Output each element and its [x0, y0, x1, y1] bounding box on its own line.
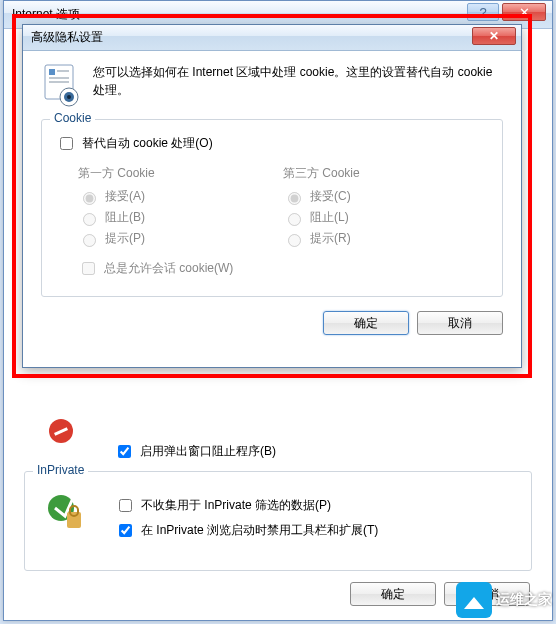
modal-close-button[interactable]: ✕ — [472, 27, 516, 45]
cookie-groupbox: Cookie 替代自动 cookie 处理(O) 第一方 Cookie 接受(A… — [41, 119, 503, 297]
modal-cancel-button[interactable]: 取消 — [417, 311, 503, 335]
third-accept-radio: 接受(C) — [283, 188, 488, 205]
parent-title: Internet 选项 — [12, 6, 80, 23]
watermark: 运维之家 — [456, 582, 552, 618]
svg-rect-4 — [49, 69, 55, 75]
svg-rect-1 — [67, 512, 81, 528]
override-cookie-checkbox[interactable]: 替代自动 cookie 处理(O) — [56, 134, 488, 153]
session-cookie-checkbox: 总是允许会话 cookie(W) — [78, 259, 488, 278]
modal-title: 高级隐私设置 — [31, 29, 103, 46]
override-cookie-input[interactable] — [60, 137, 73, 150]
modal-titlebar: 高级隐私设置 ✕ — [23, 25, 521, 51]
inprivate-nodata-label: 不收集用于 InPrivate 筛选的数据(P) — [141, 497, 331, 514]
watermark-text: 运维之家 — [496, 591, 552, 609]
override-cookie-label: 替代自动 cookie 处理(O) — [82, 135, 213, 152]
advanced-privacy-dialog: 高级隐私设置 ✕ 您可以选择如何在 Internet 区域中处理 cookie。… — [22, 24, 522, 368]
popup-blocker-label: 启用弹出窗口阻止程序(B) — [140, 443, 276, 460]
popup-blocker-input[interactable] — [118, 445, 131, 458]
first-prompt-radio: 提示(P) — [78, 230, 283, 247]
inprivate-groupbox: InPrivate 不收集用于 InPrivate 筛选的数据(P) 在 InP… — [24, 471, 532, 571]
inprivate-disable-ext-checkbox[interactable]: 在 InPrivate 浏览启动时禁用工具栏和扩展(T) — [115, 521, 521, 540]
first-party-title: 第一方 Cookie — [78, 165, 283, 182]
parent-ok-button[interactable]: 确定 — [350, 582, 436, 606]
inprivate-nodata-input[interactable] — [119, 499, 132, 512]
blocked-icon — [49, 419, 73, 443]
svg-point-10 — [67, 95, 71, 99]
watermark-logo-icon — [456, 582, 492, 618]
inprivate-disable-ext-input[interactable] — [119, 524, 132, 537]
modal-ok-button[interactable]: 确定 — [323, 311, 409, 335]
session-cookie-input — [82, 262, 95, 275]
inprivate-group-title: InPrivate — [33, 463, 88, 477]
session-cookie-label: 总是允许会话 cookie(W) — [104, 260, 233, 277]
svg-rect-7 — [49, 81, 69, 83]
popup-blocker-checkbox[interactable]: 启用弹出窗口阻止程序(B) — [114, 442, 276, 461]
inprivate-disable-ext-label: 在 InPrivate 浏览启动时禁用工具栏和扩展(T) — [141, 522, 378, 539]
privacy-icon — [41, 63, 81, 107]
help-button[interactable]: ? — [467, 3, 499, 21]
third-prompt-radio: 提示(R) — [283, 230, 488, 247]
svg-rect-6 — [49, 77, 69, 79]
cookie-group-title: Cookie — [50, 111, 95, 125]
close-button[interactable]: ✕ — [502, 3, 546, 21]
inprivate-nodata-checkbox[interactable]: 不收集用于 InPrivate 筛选的数据(P) — [115, 496, 521, 515]
inprivate-icon — [47, 492, 87, 532]
svg-rect-5 — [57, 70, 69, 72]
first-accept-radio: 接受(A) — [78, 188, 283, 205]
third-party-title: 第三方 Cookie — [283, 165, 488, 182]
modal-description: 您可以选择如何在 Internet 区域中处理 cookie。这里的设置替代自动… — [93, 63, 503, 107]
first-block-radio: 阻止(B) — [78, 209, 283, 226]
third-block-radio: 阻止(L) — [283, 209, 488, 226]
